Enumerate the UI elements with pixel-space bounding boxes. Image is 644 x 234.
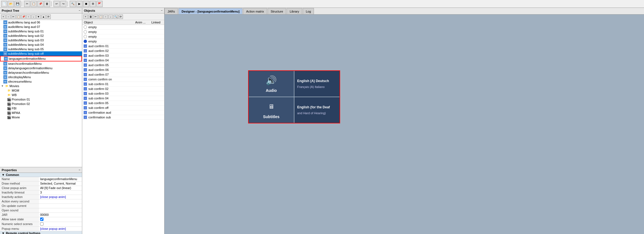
flag-button[interactable]: 🚩 xyxy=(96,1,103,7)
tree-item-sfecdisplay[interactable]: M sfecdisplayMenu xyxy=(0,75,82,79)
tree-up-btn[interactable]: ↑ xyxy=(26,15,31,19)
menu-icon: M xyxy=(3,71,7,75)
tree-item-audioMenu06[interactable]: M audioMenu lang aud 06 xyxy=(0,20,82,25)
tree-item-mgm[interactable]: 📁 MGM xyxy=(0,88,82,93)
redo-button[interactable]: ↪ xyxy=(60,1,66,7)
obj-row-conf-aud[interactable]: ▪ confirmation aud xyxy=(82,110,164,115)
obj-row-sub04[interactable]: ▪ sub confirm 04 xyxy=(82,96,164,101)
obj-row-aud06[interactable]: ▪ aud confirm 06 xyxy=(82,68,164,72)
tree-item-subtitles02[interactable]: M subtitlesMenu lang sub 02 xyxy=(0,34,82,38)
tree-item-wb[interactable]: 📁 WB xyxy=(0,93,82,97)
tree-down-btn[interactable]: ↓ xyxy=(31,15,36,19)
open-button[interactable]: 📂 xyxy=(8,1,14,7)
tree-item-searchConfirm[interactable]: M searchconfirmationMenu xyxy=(0,61,82,66)
obj-row-sub01[interactable]: ▪ sub confirm 01 xyxy=(82,82,164,87)
menu-cell-subtitle-icon: 🖥 Subtitles xyxy=(249,97,294,123)
rect-icon: ▪ xyxy=(83,92,87,95)
delete-button[interactable]: 🗑 xyxy=(44,1,50,7)
folder-icon: 📁 xyxy=(7,93,11,97)
cut-button[interactable]: ✂ xyxy=(24,1,30,7)
menu-icon: M xyxy=(3,62,7,66)
obj-cut-btn[interactable]: ✂ xyxy=(93,15,98,19)
tree-copy-btn[interactable]: 📋 xyxy=(16,15,21,19)
properties-collapse-btn[interactable]: – xyxy=(79,168,80,171)
obj-row-empty3[interactable]: empty xyxy=(82,34,164,39)
tree-item-promo01[interactable]: 🎬 Promotion 01 xyxy=(0,97,82,102)
obj-row-empty1[interactable]: empty xyxy=(82,25,164,30)
properties-header: Properties – xyxy=(0,167,82,173)
allow-save-state-checkbox[interactable] xyxy=(40,218,43,221)
new-button[interactable]: 📄 xyxy=(1,1,7,7)
tree-item-delayLang[interactable]: M delaylanguageconfirmationMenu xyxy=(0,66,82,70)
tree-item-movies[interactable]: ▼ 📁 Movies xyxy=(0,84,82,88)
prop-name: Name languageconfirmationMenu xyxy=(0,177,82,182)
tree-item-subtitles01[interactable]: M subtitlesMenu lang sub 01 xyxy=(0,29,82,34)
obj-copy-btn[interactable]: 📋 xyxy=(98,15,103,19)
obj-row-aud04[interactable]: ▪ aud confirm 04 xyxy=(82,58,164,63)
subtitle-label: Subtitles xyxy=(263,114,279,119)
tree-cut-btn[interactable]: ✂ xyxy=(11,15,16,19)
obj-row-comm[interactable]: ▪ comm confirm on xyxy=(82,77,164,82)
prop-jar: JAR 00000 xyxy=(0,213,82,217)
obj-delete-btn[interactable]: 🗑 xyxy=(88,15,93,19)
obj-filter-btn[interactable]: 🔍 xyxy=(113,15,118,19)
panel-collapse-btn[interactable]: – xyxy=(79,9,80,12)
obj-row-sub02[interactable]: ▪ sub confirm 02 xyxy=(82,87,164,91)
tree-delete-btn[interactable]: − xyxy=(6,15,11,19)
tree-paste-btn[interactable]: 📌 xyxy=(21,15,26,19)
obj-row-aud01[interactable]: ▪ aud confirm 01 xyxy=(82,44,164,49)
tree-item-subtitles03[interactable]: M subtitlesMenu lang sub 03 xyxy=(0,38,82,42)
tree-item-subtitles04[interactable]: M subtitlesMenu lang sub 04 xyxy=(0,42,82,47)
build-button[interactable]: 🔨 xyxy=(70,1,76,7)
prop-action-every-second: Action every second xyxy=(0,199,82,204)
copy-button[interactable]: 📋 xyxy=(31,1,37,7)
stop-button[interactable]: ⏹ xyxy=(83,1,89,7)
obj-row-suboff[interactable]: ▪ sub confirm off xyxy=(82,106,164,110)
obj-row-sub05[interactable]: ▪ sub confirm 05 xyxy=(82,101,164,106)
obj-row-aud07[interactable]: ▪ aud confirm 07 xyxy=(82,72,164,77)
obj-expand-btn[interactable]: ⟳ xyxy=(118,15,123,19)
subtitle-tv-icon: 🖥 xyxy=(266,101,277,112)
tree-item-delaySearch[interactable]: M delaysearchconfirmationMenu xyxy=(0,70,82,75)
numeric-select-checkbox[interactable] xyxy=(40,222,43,226)
obj-row-empty2[interactable]: empty xyxy=(82,30,164,34)
obj-down-btn[interactable]: ↓ xyxy=(108,15,113,19)
save-button[interactable]: 💾 xyxy=(14,1,21,7)
tree-item-promo02[interactable]: 🎬 Promotion 02 xyxy=(0,102,82,106)
tab-structure[interactable]: Structure xyxy=(268,8,286,14)
settings-button[interactable]: ⚙ xyxy=(90,1,96,7)
obj-row-empty4[interactable]: empty xyxy=(82,39,164,44)
tab-log[interactable]: Log xyxy=(303,8,314,14)
tree-refresh-btn[interactable]: ⟳ xyxy=(46,15,51,19)
tab-jars[interactable]: JARs xyxy=(164,8,178,14)
tree-item-audioMenu07[interactable]: M audioMenu lang aud 07 xyxy=(0,25,82,29)
undo-button[interactable]: ↩ xyxy=(54,1,60,7)
rect-icon: ▪ xyxy=(83,68,87,72)
tree-item-mpaa[interactable]: 🎬 MPAA xyxy=(0,111,82,115)
tab-designer[interactable]: Designer - [languageconfirmationMenu] xyxy=(178,8,243,14)
tree-item-movie[interactable]: 🎬 Movie xyxy=(0,115,82,120)
tree-item-langConfirm[interactable]: M languageconfirmationMenu xyxy=(0,56,82,61)
obj-row-aud02[interactable]: ▪ aud confirm 02 xyxy=(82,49,164,53)
obj-row-aud03[interactable]: ▪ aud confirm 03 xyxy=(82,53,164,58)
tree-item-subtitles05[interactable]: M subtitlesMenu lang sub 05 xyxy=(0,47,82,51)
obj-row-conf-sub[interactable]: ▪ confirmation sub xyxy=(82,115,164,120)
obj-add-btn[interactable]: + xyxy=(83,15,88,19)
rect-icon: ▪ xyxy=(83,73,87,77)
obj-up-btn[interactable]: ↑ xyxy=(103,15,108,19)
tab-bar: JARs Designer - [languageconfirmationMen… xyxy=(164,8,644,15)
tree-item-subtitlesOff[interactable]: M subtitlesMenu lang sub off xyxy=(0,51,82,56)
tree-item-sfecresume[interactable]: M sfecresumeMenu xyxy=(0,79,82,84)
obj-row-sub03[interactable]: ▪ sub confirm 03 xyxy=(82,91,164,96)
tree-item-fbi[interactable]: 🎬 FBI xyxy=(0,106,82,111)
tree-expand-btn[interactable]: ▼ xyxy=(36,15,41,19)
paste-button[interactable]: 📌 xyxy=(37,1,43,7)
tab-library[interactable]: Library xyxy=(287,8,302,14)
obj-row-aud05[interactable]: ▪ aud confirm 05 xyxy=(82,63,164,68)
run-button[interactable]: ▶ xyxy=(76,1,83,7)
tab-action-matrix[interactable]: Action matrix xyxy=(243,8,267,14)
circle-empty-icon xyxy=(83,35,87,39)
tree-collapse-btn[interactable]: ▲ xyxy=(41,15,46,19)
tree-add-btn[interactable]: + xyxy=(1,15,6,19)
objects-collapse-btn[interactable]: – xyxy=(161,9,163,12)
